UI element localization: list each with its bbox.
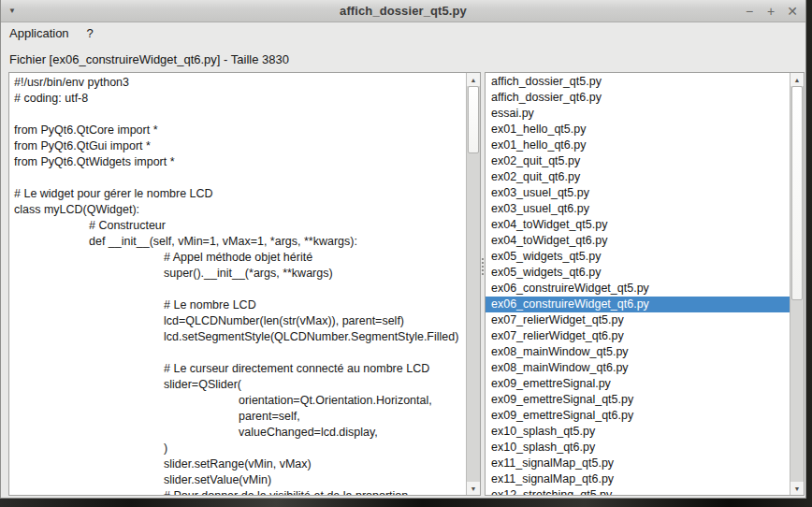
file-list-item[interactable]: ex09_emettreSignal_qt5.py [486,392,790,408]
editor-scrollbar-thumb[interactable] [468,86,479,153]
list-scrollbar[interactable]: ▲ ▼ [790,73,804,495]
file-list-item[interactable]: ex12_stretching_qt5.py [486,487,790,495]
file-list-item[interactable]: ex09_emettreSignal.py [486,376,790,392]
maximize-button[interactable]: + [764,5,777,18]
file-list-item[interactable]: ex07_relierWidget_qt5.py [486,312,790,328]
file-list-item[interactable]: ex05_widgets_qt5.py [486,249,790,265]
file-list-item[interactable]: ex11_signalMap_qt6.py [486,471,790,487]
file-list-item[interactable]: ex06_construireWidget_qt5.py [486,281,790,297]
file-list-panel[interactable]: affich_dossier_qt5.pyaffich_dossier_qt6.… [485,72,805,496]
file-list-item[interactable]: ex01_hello_qt6.py [486,138,790,153]
file-list-item[interactable]: ex08_mainWindow_qt5.py [486,344,790,360]
file-list-item[interactable]: ex09_emettreSignal_qt6.py [486,408,790,424]
window-title: affich_dossier_qt5.py [340,4,467,18]
file-list-item[interactable]: ex02_quit_qt6.py [486,169,790,185]
file-list-item[interactable]: affich_dossier_qt5.py [486,74,790,90]
menu-help[interactable]: ? [87,26,94,40]
list-scrollbar-thumb[interactable] [791,86,803,300]
scroll-down-icon[interactable]: ▼ [467,482,480,495]
close-button[interactable]: ✕ [786,5,799,18]
desktop: { "window": { "title": "affich_dossier_q… [0,0,812,507]
file-list-item[interactable]: ex11_signalMap_qt5.py [486,456,790,471]
file-list-item[interactable]: ex03_usuel_qt6.py [486,201,790,217]
file-list-item[interactable]: ex06_construireWidget_qt6.py [486,297,790,312]
file-list-item[interactable]: ex05_widgets_qt6.py [486,265,790,281]
file-list-item[interactable]: ex04_toWidget_qt6.py [486,233,790,249]
file-list[interactable]: affich_dossier_qt5.pyaffich_dossier_qt6.… [486,73,790,495]
menubar: Application ? [1,22,805,44]
editor-scrollbar[interactable]: ▲ ▼ [466,73,480,495]
menu-application[interactable]: Application [9,26,69,40]
file-info-label: Fichier [ex06_construireWidget_qt6.py] -… [9,52,805,68]
editor-scrollbar-track[interactable] [467,86,480,482]
file-list-item[interactable]: ex01_hello_qt5.py [486,122,790,138]
scroll-up-icon[interactable]: ▲ [790,73,804,86]
file-list-item[interactable]: ex08_mainWindow_qt6.py [486,360,790,376]
file-list-item[interactable]: ex03_usuel_qt5.py [486,185,790,201]
file-list-item[interactable]: essai.py [486,106,790,122]
file-list-item[interactable]: ex02_quit_qt5.py [486,153,790,169]
file-list-item[interactable]: ex10_splash_qt6.py [486,440,790,456]
window-controls: − + ✕ [743,0,799,22]
titlebar[interactable]: ▼ affich_dossier_qt5.py − + ✕ [1,0,805,22]
window-menu-icon[interactable]: ▼ [8,7,16,15]
file-list-item[interactable]: ex07_relierWidget_qt6.py [486,328,790,344]
app-window: ▼ affich_dossier_qt5.py − + ✕ Applicatio… [0,0,806,499]
file-list-item[interactable]: ex10_splash_qt5.py [486,424,790,440]
code-viewer-panel[interactable]: #!/usr/bin/env python3 # coding: utf-8 f… [8,72,481,496]
scroll-up-icon[interactable]: ▲ [467,73,480,86]
list-scrollbar-track[interactable] [790,86,804,482]
scroll-down-icon[interactable]: ▼ [790,482,804,495]
code-text[interactable]: #!/usr/bin/env python3 # coding: utf-8 f… [9,73,466,495]
file-list-item[interactable]: ex04_toWidget_qt5.py [486,217,790,233]
minimize-button[interactable]: − [743,5,756,18]
file-list-item[interactable]: affich_dossier_qt6.py [486,90,790,106]
